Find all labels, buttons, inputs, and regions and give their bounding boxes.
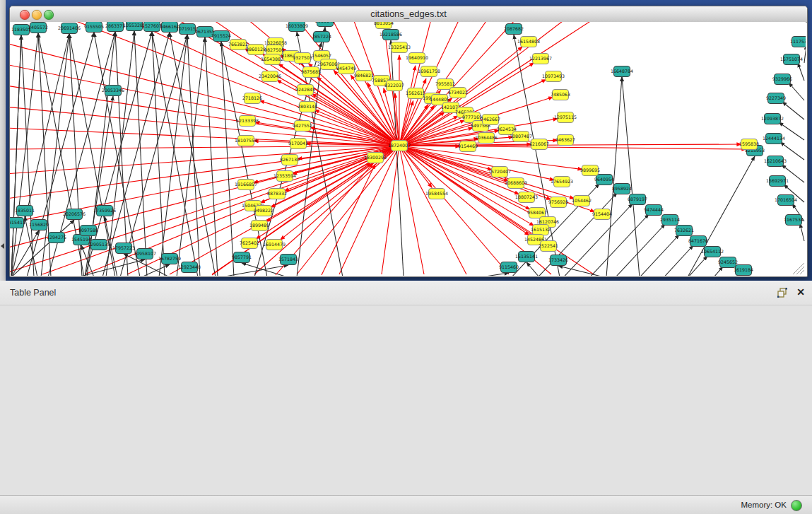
graph-node-label: 2863371 (105, 23, 125, 28)
close-panel-button[interactable]: ✕ (796, 286, 805, 298)
graph-node-label: 1294275 (47, 235, 66, 240)
graph-node-label: 15135141 (515, 254, 538, 259)
graph-edge (221, 42, 234, 276)
graph-node-label: 16154808 (517, 39, 540, 44)
graph-node-label: 9245652 (718, 259, 738, 264)
network-canvas[interactable]: 1183501240557220691406915550528633711055… (10, 22, 806, 276)
graph-edge (558, 266, 604, 276)
graph-node-label: 1527607 (142, 23, 162, 28)
graph-node-label: 12923448 (178, 264, 201, 269)
graph-node-label: 17957223 (112, 245, 135, 250)
graph-edge (714, 267, 723, 276)
graph-edge (11, 35, 21, 276)
graph-node-label: 9097588 (78, 228, 98, 233)
graph-node-label: 16033809 (286, 23, 308, 28)
graph-node-label: 9777169 (462, 115, 482, 119)
graph-node-label: 2718126 (242, 95, 262, 100)
graph-node-label: 20206576 (63, 211, 86, 216)
graph-node-label: 8454749 (336, 66, 356, 71)
resize-grip[interactable] (800, 270, 804, 274)
graph-node-label: 7462667 (481, 117, 500, 122)
graph-node-label: 12353594 (273, 173, 296, 178)
graph-node-label: 9584067 (527, 210, 547, 215)
graph-node-label: 15692971 (766, 178, 789, 183)
graph-node-label: 1444805 (430, 97, 449, 102)
graph-node-label: 9115460 (499, 264, 519, 269)
graph-node-label: 9329966 (772, 76, 792, 81)
graph-edge (10, 146, 399, 149)
graph-edge (11, 33, 38, 276)
network-desktop: citations_edges.txt 11835012405572206914… (0, 0, 812, 281)
graph-edge (481, 273, 509, 276)
graph-node-label: 8860128 (246, 47, 266, 52)
graph-node-label: 19640910 (406, 55, 428, 60)
graph-edge (127, 22, 399, 146)
graph-node-label: 10807487 (510, 134, 532, 139)
graph-node-label: 9154404 (592, 211, 612, 216)
window-title: citations_edges.txt (10, 8, 807, 19)
float-panel-button[interactable] (777, 287, 788, 298)
graph-edge (590, 214, 649, 276)
graph-node-label: 17359926 (93, 208, 116, 213)
graph-edge (622, 77, 640, 276)
graph-node-label: 20053346 (102, 88, 124, 93)
table-panel-title: Table Panel (10, 288, 56, 298)
graph-edge (798, 63, 804, 81)
graph-node-label: 8267130 (280, 157, 300, 162)
graph-edge (800, 223, 804, 241)
graph-edge (21, 35, 34, 276)
window-titlebar[interactable]: citations_edges.txt (10, 6, 807, 23)
graph-node-label: 7915524 (211, 33, 231, 38)
graph-node-label: 12905135 (88, 242, 110, 247)
graph-node-label: 8958924 (612, 186, 632, 191)
graph-node-label: 7663822 (228, 42, 248, 47)
table-panel-header: Table Panel ✕ (0, 281, 812, 305)
graph-node-label: 16961758 (418, 69, 440, 74)
graph-node-label: 20691406 (58, 25, 81, 30)
graph-node-label: 9846821 (354, 73, 374, 78)
graph-edge (616, 224, 665, 276)
status-bar: Memory: OK (0, 495, 812, 514)
graph-node-label: 2935114 (660, 217, 680, 222)
graph-node-label: 16914479 (263, 242, 286, 247)
memory-ok-led[interactable] (791, 500, 802, 511)
graph-edge (10, 146, 399, 199)
graph-node-label: 1615132 (531, 227, 551, 232)
graph-node-label: 15720407 (488, 169, 511, 174)
graph-node-label: 9463627 (555, 137, 575, 142)
control-panel-collapsed-strip[interactable] (0, 0, 6, 281)
graph-node-label: 10654112 (701, 249, 724, 254)
graph-node-label: 6216067 (529, 141, 549, 146)
graph-node-label: 2087682 (504, 26, 524, 31)
graph-node-label: 9899695 (580, 168, 600, 173)
graph-node-label: 9427552 (293, 123, 312, 128)
graph-node-label: 1545194 (71, 237, 91, 242)
collapse-arrow-icon[interactable] (1, 243, 4, 249)
graph-edge (10, 43, 399, 146)
graph-node-label: 12975115 (554, 115, 577, 119)
graph-node-label: 9875685 (301, 69, 321, 74)
graph-node-label: 20364486 (475, 135, 498, 140)
graph-node-label: 1835011 (15, 208, 35, 213)
graph-node-label: 8915411 (10, 220, 25, 225)
graph-node-label: 12213967 (529, 56, 552, 61)
graph-edge (187, 35, 200, 276)
graph-node-label: 23420046 (259, 74, 281, 78)
graph-node-label: 9227349 (766, 95, 786, 100)
graph-node-label: 10688609 (505, 180, 527, 185)
graph-node-label: 17654923 (551, 179, 573, 184)
resize-grip[interactable] (796, 267, 804, 274)
graph-edge (399, 146, 746, 149)
graph-node-label: 18300295 (364, 155, 387, 160)
graph-node-label: 9154469 (458, 144, 478, 148)
graph-node-label: 16543882 (261, 57, 283, 62)
graph-node-label: 9640954 (594, 177, 614, 182)
graph-node-label: 1899489 (249, 223, 269, 228)
graph-node-label: 9756928 (548, 199, 568, 204)
graph-node-label: 9498222 (254, 208, 273, 213)
graph-node-label: 10973493 (542, 74, 565, 78)
graph-node-label: 2803144 (298, 104, 317, 109)
graph-node-label: 9242845 (295, 87, 315, 92)
graph-node-label: 6734022 (448, 90, 468, 95)
graph-edge (782, 102, 804, 119)
